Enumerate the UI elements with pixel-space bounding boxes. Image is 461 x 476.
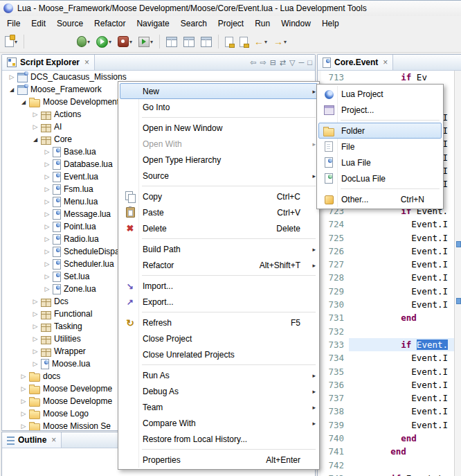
- twisty-icon[interactable]: ▷: [30, 310, 41, 317]
- context-menu-item-paste[interactable]: PasteCtrl+V: [120, 204, 318, 220]
- run-icon[interactable]: ▾: [94, 34, 114, 50]
- code-line-742[interactable]: 742: [318, 459, 455, 472]
- twisty-icon[interactable]: ▷: [6, 73, 17, 80]
- menu-help[interactable]: Help: [316, 17, 345, 30]
- dropdown-arrow-icon[interactable]: ▾: [129, 39, 132, 45]
- forward-icon[interactable]: ⇨: [260, 59, 266, 67]
- twisty-icon[interactable]: ▷: [18, 423, 29, 430]
- external-tools-icon[interactable]: ▾: [136, 34, 155, 49]
- twisty-icon[interactable]: ▷: [30, 348, 41, 355]
- twisty-icon[interactable]: ◢: [18, 99, 29, 105]
- twisty-icon[interactable]: ▷: [42, 211, 53, 218]
- code-line-729[interactable]: 729 Event.I: [318, 285, 455, 298]
- twisty-icon[interactable]: ▷: [30, 323, 41, 330]
- twisty-icon[interactable]: ▷: [30, 123, 41, 130]
- new-submenu-item-folder[interactable]: Folder: [318, 123, 442, 139]
- occurrence-marker[interactable]: [456, 241, 461, 247]
- new-submenu-item-project[interactable]: Project...: [318, 102, 442, 118]
- code-line-743[interactable]: 743 if Event.ta: [318, 472, 455, 476]
- twisty-icon[interactable]: ▷: [18, 385, 29, 392]
- context-menu-item-team[interactable]: Team▸: [120, 399, 318, 415]
- twisty-icon[interactable]: ▷: [18, 373, 29, 380]
- twisty-icon[interactable]: ▷: [18, 398, 29, 405]
- context-menu-item-copy[interactable]: CopyCtrl+C: [120, 188, 318, 204]
- twisty-icon[interactable]: ▷: [30, 335, 41, 342]
- menu-search[interactable]: Search: [175, 17, 213, 30]
- context-menu-item-source[interactable]: Source▸: [120, 168, 318, 184]
- twisty-icon[interactable]: ▷: [42, 223, 53, 230]
- code-line-731[interactable]: 731 end: [318, 311, 455, 324]
- menu-refactor[interactable]: Refactor: [89, 17, 131, 30]
- tab-core-event[interactable]: Core.Event ×: [318, 55, 393, 70]
- link-with-editor-icon[interactable]: ⇄: [280, 59, 286, 67]
- code-line-738[interactable]: 738 Event.I: [318, 405, 455, 418]
- editor-toggle-2-icon[interactable]: [181, 35, 197, 49]
- twisty-icon[interactable]: ▷: [42, 285, 53, 292]
- new-submenu-item-file[interactable]: File: [318, 139, 442, 155]
- view-menu-icon[interactable]: ▽: [289, 59, 295, 67]
- close-icon[interactable]: ×: [383, 58, 388, 67]
- close-icon[interactable]: ×: [51, 435, 56, 445]
- tab-script-explorer[interactable]: Script Explorer ×: [2, 55, 95, 70]
- menu-edit[interactable]: Edit: [26, 17, 51, 30]
- twisty-icon[interactable]: ▷: [42, 236, 53, 243]
- dropdown-arrow-icon[interactable]: ▾: [264, 39, 267, 45]
- twisty-icon[interactable]: ◢: [6, 87, 17, 93]
- code-line-726[interactable]: 726 Event.I: [318, 245, 455, 258]
- context-menu-item-build-path[interactable]: Build Path▸: [120, 241, 318, 257]
- code-line-740[interactable]: 740 end: [318, 432, 455, 445]
- menu-project[interactable]: Project: [213, 17, 249, 30]
- new-submenu-item-other[interactable]: Other...Ctrl+N: [318, 191, 442, 207]
- twisty-icon[interactable]: ▷: [42, 173, 53, 180]
- minimize-icon[interactable]: ─: [299, 59, 305, 67]
- context-menu-item-properties[interactable]: PropertiesAlt+Enter: [120, 452, 318, 468]
- context-menu-item-open-in-new-window[interactable]: Open in New Window: [120, 120, 318, 136]
- dropdown-arrow-icon[interactable]: ▾: [150, 39, 153, 45]
- twisty-icon[interactable]: ▷: [42, 148, 53, 155]
- context-menu-item-refactor[interactable]: RefactorAlt+Shift+T▸: [120, 257, 318, 273]
- twisty-icon[interactable]: ▷: [42, 273, 53, 280]
- twisty-icon[interactable]: ▷: [18, 410, 29, 417]
- twisty-icon[interactable]: ▷: [42, 248, 53, 255]
- code-line-732[interactable]: 732: [318, 325, 455, 338]
- overview-ruler[interactable]: [454, 71, 461, 476]
- twisty-icon[interactable]: ▷: [42, 261, 53, 267]
- twisty-icon[interactable]: ▷: [42, 198, 53, 205]
- tab-outline[interactable]: Outline ×: [2, 432, 62, 448]
- context-menu-item-go-into[interactable]: Go Into: [120, 99, 318, 115]
- twisty-icon[interactable]: ▷: [30, 111, 41, 118]
- context-menu-item-new[interactable]: New▸: [120, 83, 318, 99]
- code-line-724[interactable]: 724 Event.I: [318, 218, 455, 231]
- code-line-735[interactable]: 735 Event.I: [318, 365, 455, 378]
- context-menu-item-delete[interactable]: ✖DeleteDelete: [120, 220, 318, 236]
- code-line-736[interactable]: 736 Event.I: [318, 378, 455, 391]
- debug-icon[interactable]: ▾: [75, 34, 92, 49]
- context-menu-item-import[interactable]: ↘Import...: [120, 278, 318, 294]
- twisty-icon[interactable]: ▷: [30, 360, 41, 367]
- next-edit-location-icon[interactable]: [237, 35, 250, 49]
- context-menu-item-export[interactable]: ↗Export...: [120, 294, 318, 310]
- code-line-739[interactable]: 739 Event.I: [318, 418, 455, 432]
- menu-run[interactable]: Run: [249, 17, 275, 30]
- last-edit-location-icon[interactable]: [223, 35, 235, 49]
- code-line-737[interactable]: 737 Event.I: [318, 391, 455, 405]
- new-submenu-item-lua-file[interactable]: Lua File: [318, 155, 442, 170]
- back-history-icon[interactable]: ←▾: [252, 35, 269, 49]
- back-icon[interactable]: ⇦: [250, 59, 256, 67]
- forward-history-icon[interactable]: →▾: [271, 35, 289, 49]
- context-menu-item-open-type-hierarchy[interactable]: Open Type Hierarchy: [120, 152, 318, 168]
- code-line-730[interactable]: 730 Event.I: [318, 298, 455, 311]
- context-menu-item-refresh[interactable]: ↻RefreshF5: [120, 315, 318, 330]
- context-menu-item-close-unrelated-projects[interactable]: Close Unrelated Projects: [120, 346, 318, 362]
- code-line-734[interactable]: 734 Event.I: [318, 351, 455, 364]
- context-menu-item-restore-from-local-history[interactable]: Restore from Local History...: [120, 431, 318, 447]
- dropdown-arrow-icon[interactable]: ▾: [109, 39, 111, 45]
- context-menu-item-run-as[interactable]: Run As▸: [120, 367, 318, 383]
- twisty-icon[interactable]: ◢: [30, 136, 41, 143]
- editor-toggle-3-icon[interactable]: [199, 35, 214, 49]
- code-line-725[interactable]: 725 Event.I: [318, 231, 455, 245]
- dropdown-arrow-icon[interactable]: ▾: [87, 39, 90, 45]
- new-submenu-item-doclua-file[interactable]: DocLua File: [318, 170, 442, 186]
- menu-navigate[interactable]: Navigate: [131, 17, 174, 30]
- twisty-icon[interactable]: ▷: [30, 298, 41, 305]
